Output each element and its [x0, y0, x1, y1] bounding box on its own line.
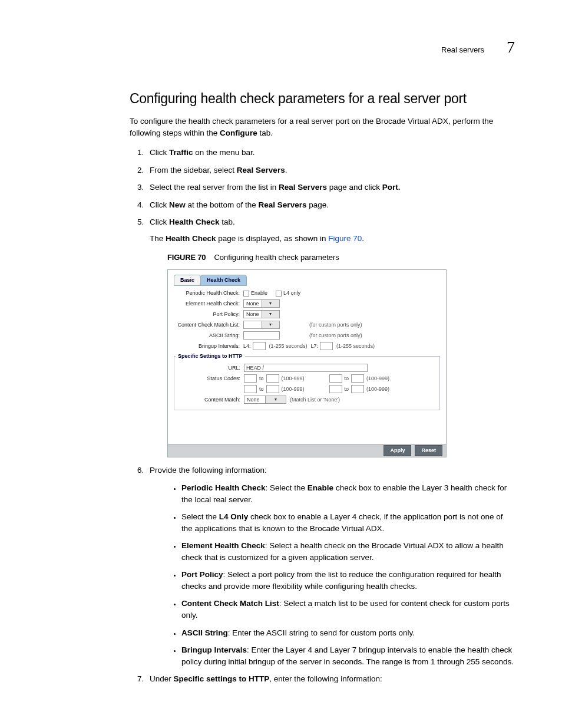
- t: Bringup Intervals: [181, 645, 247, 654]
- bullet-2: Select the L4 Only check box to enable a…: [181, 511, 515, 534]
- t: Enable: [308, 483, 333, 492]
- t: Health Check: [166, 234, 216, 243]
- page-title: Configuring health check parameters for …: [130, 89, 515, 108]
- step-2: From the sidebar, select Real Servers.: [146, 164, 515, 176]
- chevron-down-icon: ▾: [262, 321, 280, 328]
- t: L4 Only: [219, 512, 249, 521]
- t: Periodic Health Check: [181, 483, 266, 492]
- chevron-down-icon: ▾: [265, 396, 286, 403]
- pp-select[interactable]: None▾: [243, 310, 280, 318]
- ascii-label: ASCII String:: [174, 332, 243, 340]
- intro-bold: Configure: [220, 129, 257, 137]
- bullet-4: Port Policy: Select a port policy from t…: [181, 569, 515, 592]
- chevron-down-icon: ▾: [262, 311, 279, 318]
- ccml-label: Content Check Match List:: [174, 321, 243, 329]
- t: at the bottom of the: [186, 200, 259, 209]
- sc-input[interactable]: [244, 385, 257, 393]
- ascii-note: (for custom ports only): [309, 332, 362, 340]
- intro-text: To configure the health check parameters…: [130, 116, 515, 139]
- intro-post: tab.: [257, 129, 273, 137]
- tab-basic[interactable]: Basic: [174, 275, 201, 286]
- sc-input[interactable]: [266, 385, 279, 393]
- t: Click: [150, 148, 169, 157]
- pp-label: Port Policy:: [174, 311, 243, 318]
- figure-caption-text: Configuring health check parameters: [214, 253, 339, 262]
- bi-l7-input[interactable]: [320, 342, 333, 350]
- bi-l7-label: L7:: [311, 342, 319, 350]
- bi-label: Bringup Intervals:: [174, 342, 243, 350]
- apply-button[interactable]: Apply: [384, 445, 411, 456]
- t: .: [362, 234, 364, 243]
- enable-checkbox[interactable]: [243, 291, 249, 297]
- ehc-select[interactable]: None▾: [243, 299, 280, 308]
- cm-label: Content Match:: [174, 396, 244, 404]
- bi-l4-input[interactable]: [253, 342, 266, 350]
- range: (100-999): [366, 386, 389, 393]
- url-input[interactable]: HEAD /: [244, 364, 368, 372]
- sc-input[interactable]: [244, 374, 257, 383]
- url-label: URL:: [174, 364, 244, 372]
- t: on the menu bar.: [193, 148, 255, 157]
- t: : Select the: [266, 483, 308, 492]
- figure-health-check: Basic Health Check Periodic Health Check…: [167, 269, 447, 457]
- step-1: Click Traffic on the menu bar.: [146, 147, 515, 159]
- to: to: [345, 386, 349, 393]
- step-4: Click New at the bottom of the Real Serv…: [146, 199, 515, 211]
- figure-caption: FIGURE 70Configuring health check parame…: [167, 252, 515, 263]
- bullet-7: Bringup Intervals: Enter the Layer 4 and…: [181, 644, 515, 667]
- sc-input[interactable]: [351, 385, 364, 393]
- intro-pre: To configure the health check parameters…: [130, 117, 493, 137]
- t: Real Servers: [279, 183, 327, 192]
- to: to: [259, 386, 264, 393]
- t: Under: [150, 674, 174, 683]
- t: Real Servers: [237, 166, 285, 174]
- l4only-checkbox[interactable]: [276, 291, 282, 297]
- figure-footer: Apply Reset: [168, 444, 446, 457]
- ascii-input[interactable]: [243, 331, 280, 340]
- sc-label: Status Codes:: [174, 375, 244, 383]
- header-section: Real servers: [441, 45, 484, 56]
- bi-hint1: (1-255 seconds): [269, 342, 308, 350]
- cm-select[interactable]: None▾: [244, 396, 286, 404]
- t: Traffic: [169, 148, 193, 157]
- step-7: Under Specific settings to HTTP, enter t…: [146, 673, 515, 685]
- t: Content Check Match List: [181, 599, 279, 608]
- to: to: [259, 375, 264, 383]
- t: Port.: [382, 183, 401, 192]
- bullet-5: Content Check Match List: Select a match…: [181, 598, 515, 621]
- t: Real Servers: [259, 200, 307, 209]
- t: : Select a port policy from the list to …: [181, 570, 501, 591]
- bi-hint2: (1-255 seconds): [336, 342, 375, 350]
- sc-input[interactable]: [329, 385, 342, 393]
- range: (100-999): [282, 375, 305, 383]
- range: (100-999): [366, 375, 389, 383]
- sc-input[interactable]: [266, 374, 279, 383]
- sc-input[interactable]: [329, 374, 342, 383]
- t: Port Policy: [181, 570, 223, 579]
- step-6: Provide the following information: Perio…: [146, 465, 515, 667]
- tab-health-check[interactable]: Health Check: [200, 275, 247, 286]
- reset-button[interactable]: Reset: [415, 445, 442, 456]
- t: The: [150, 234, 166, 243]
- step-5: Click Health Check tab. The Health Check…: [146, 216, 515, 457]
- t: , enter the following information:: [269, 674, 382, 683]
- sc-input[interactable]: [351, 374, 364, 383]
- cm-hint: (Match List or 'None'): [290, 396, 340, 404]
- t: Select the: [181, 512, 219, 521]
- t: page and click: [327, 183, 382, 192]
- figure-link[interactable]: Figure 70: [328, 234, 362, 243]
- ehc-val: None: [244, 300, 262, 308]
- tabs: Basic Health Check: [174, 275, 440, 286]
- t: From the sidebar, select: [150, 166, 237, 174]
- bullet-1: Periodic Health Check: Select the Enable…: [181, 482, 515, 505]
- steps-list: Click Traffic on the menu bar. From the …: [130, 147, 515, 685]
- enable-text: Enable: [251, 289, 267, 297]
- t: page.: [306, 200, 329, 209]
- l4only-text: L4 only: [283, 289, 300, 297]
- t: Select the real server from the list in: [150, 183, 279, 192]
- t: page is displayed, as shown in: [216, 234, 329, 243]
- ccml-select[interactable]: ▾: [243, 321, 280, 329]
- t: ASCII String: [181, 628, 228, 637]
- ehc-label: Element Health Check:: [174, 300, 243, 308]
- http-legend: Specific Settings to HTTP: [176, 353, 245, 360]
